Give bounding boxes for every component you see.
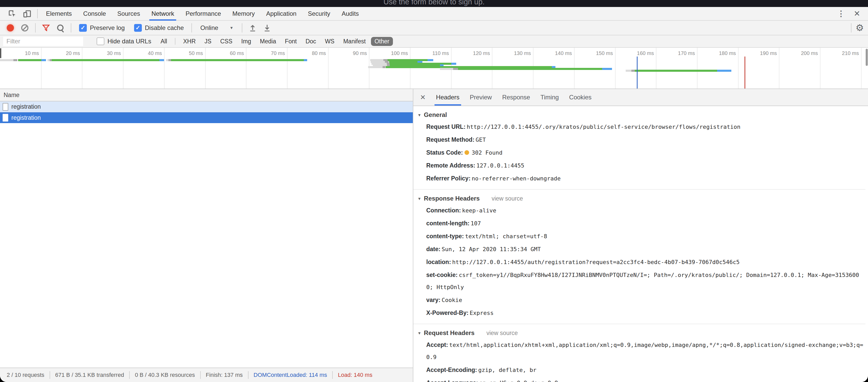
funnel-icon <box>42 24 50 32</box>
view-source-link[interactable]: view source <box>492 195 523 202</box>
search-button[interactable] <box>54 22 67 34</box>
request-name: registration <box>11 114 41 121</box>
collapse-triangle-icon: ▼ <box>417 197 421 201</box>
header-row: Accept: text/html,application/xhtml+xml,… <box>426 339 863 363</box>
tab-application[interactable]: Application <box>260 7 302 20</box>
preserve-log-checkbox[interactable]: ✓ Preserve log <box>75 24 129 32</box>
waterfall-segment-green <box>52 59 159 61</box>
filter-type-font[interactable]: Font <box>281 37 301 46</box>
details-tab-timing[interactable]: Timing <box>535 89 564 106</box>
disable-cache-checkbox[interactable]: ✓ Disable cache <box>130 24 188 32</box>
filter-type-js[interactable]: JS <box>201 37 215 46</box>
tab-elements[interactable]: Elements <box>40 7 78 20</box>
disable-cache-label: Disable cache <box>145 24 184 32</box>
tab-console[interactable]: Console <box>78 7 112 20</box>
filter-input[interactable] <box>3 37 83 46</box>
filter-type-img[interactable]: Img <box>238 37 255 46</box>
tab-memory[interactable]: Memory <box>227 7 261 20</box>
waterfall-bar <box>440 68 612 70</box>
filter-type-doc[interactable]: Doc <box>302 37 320 46</box>
waterfall-segment-light <box>166 59 169 61</box>
status-segment: Finish: 137 ms <box>206 372 243 378</box>
download-icon <box>263 24 271 32</box>
overview-scrollbar-thumb[interactable] <box>866 49 868 66</box>
throttling-select[interactable]: Online ▼ <box>195 24 238 32</box>
header-name: Connection: <box>426 207 461 214</box>
devtools-panel: ElementsConsoleSourcesNetworkPerformance… <box>0 7 868 382</box>
settings-gear-icon[interactable]: ⚙ <box>856 23 864 33</box>
tick-label: 110 ms <box>410 50 449 56</box>
network-filterbar: Hide data URLs AllXHRJSCSSImgMediaFontDo… <box>0 35 868 48</box>
request-row-registration[interactable]: registration <box>0 101 413 112</box>
divider <box>50 371 50 379</box>
details-tab-headers[interactable]: Headers <box>431 89 465 106</box>
filter-toggle-button[interactable] <box>39 22 53 34</box>
filter-type-all[interactable]: All <box>157 37 171 46</box>
hide-data-urls-checkbox[interactable]: Hide data URLs <box>92 37 155 45</box>
tick-label: 70 ms <box>246 50 285 56</box>
tab-audits[interactable]: Audits <box>336 7 365 20</box>
tick-label: 160 ms <box>615 50 654 56</box>
network-overview-timeline[interactable]: 10 ms20 ms30 ms40 ms50 ms60 ms70 ms80 ms… <box>0 48 868 89</box>
header-value: GET <box>475 137 486 143</box>
resource-type-filters: AllXHRJSCSSImgMediaFontDocWSManifestOthe… <box>157 37 393 46</box>
details-tab-cookies[interactable]: Cookies <box>564 89 597 106</box>
export-har-button[interactable] <box>260 22 274 34</box>
filter-type-media[interactable]: Media <box>256 37 280 46</box>
section-header-request-headers[interactable]: ▼Request Headersview source <box>417 329 863 337</box>
header-value: gzip, deflate, br <box>478 367 536 373</box>
view-source-link[interactable]: view source <box>487 329 518 337</box>
details-tab-preview[interactable]: Preview <box>465 89 497 106</box>
header-name: set-cookie: <box>426 272 458 278</box>
waterfall-segment-blue <box>428 59 433 61</box>
tick-label: 40 ms <box>123 50 162 56</box>
tab-performance[interactable]: Performance <box>180 7 226 20</box>
divider <box>248 371 249 379</box>
waterfall-segment-dark <box>168 59 171 61</box>
more-options-icon[interactable]: ⋮ <box>833 9 850 18</box>
header-value: 302 Found <box>472 149 502 156</box>
tab-sources[interactable]: Sources <box>112 7 146 20</box>
device-toolbar-icon[interactable] <box>20 8 35 20</box>
section-header-general[interactable]: ▼General <box>417 111 863 118</box>
section-header-response-headers[interactable]: ▼Response Headersview source <box>417 195 863 202</box>
waterfall-segment-blue <box>159 59 164 61</box>
clear-network-log-button[interactable] <box>18 22 32 34</box>
header-row: set-cookie: csrf_token=y1//BqpRxuFY8Hw41… <box>426 269 863 293</box>
throttling-value: Online <box>200 24 218 32</box>
waterfall-segment-green <box>635 70 717 72</box>
header-row: Request URL: http://127.0.0.1:4455/.ory/… <box>426 121 863 133</box>
tick-label: 100 ms <box>369 50 408 56</box>
hide-data-urls-label: Hide data URLs <box>107 38 151 45</box>
divider <box>37 9 38 18</box>
divider <box>35 23 36 33</box>
filter-type-ws[interactable]: WS <box>321 37 338 46</box>
details-tab-response[interactable]: Response <box>497 89 535 106</box>
waterfall-segment-light <box>368 66 382 68</box>
header-row: Connection: keep-alive <box>426 205 863 217</box>
filter-type-xhr[interactable]: XHR <box>180 37 199 46</box>
filter-type-css[interactable]: CSS <box>216 37 236 46</box>
header-row: content-type: text/html; charset=utf-8 <box>426 231 863 243</box>
filter-type-manifest[interactable]: Manifest <box>340 37 369 46</box>
header-name: Accept-Language: <box>426 379 478 382</box>
tab-security[interactable]: Security <box>302 7 336 20</box>
header-name: Status Code: <box>426 149 463 156</box>
close-details-icon[interactable]: ✕ <box>415 94 430 101</box>
close-devtools-icon[interactable]: ✕ <box>850 9 864 18</box>
import-har-button[interactable] <box>246 22 259 34</box>
header-value: 107 <box>471 220 481 227</box>
record-network-log-button[interactable] <box>4 22 17 34</box>
name-column-header[interactable]: Name <box>0 89 413 101</box>
request-table-pane: Name registrationregistration 2 / 10 req… <box>0 89 413 382</box>
filter-type-other[interactable]: Other <box>371 37 393 46</box>
header-row: Accept-Encoding: gzip, deflate, br <box>426 364 863 376</box>
waterfall-bar <box>48 59 164 61</box>
inspect-element-icon[interactable] <box>5 8 20 20</box>
tab-network[interactable]: Network <box>146 7 180 20</box>
status-segment: 2 / 10 requests <box>7 372 44 378</box>
request-row-registration[interactable]: registration <box>0 112 413 123</box>
divider <box>71 23 71 33</box>
panel-tabs: ElementsConsoleSourcesNetworkPerformance… <box>40 7 365 20</box>
header-value: Express <box>470 310 494 316</box>
